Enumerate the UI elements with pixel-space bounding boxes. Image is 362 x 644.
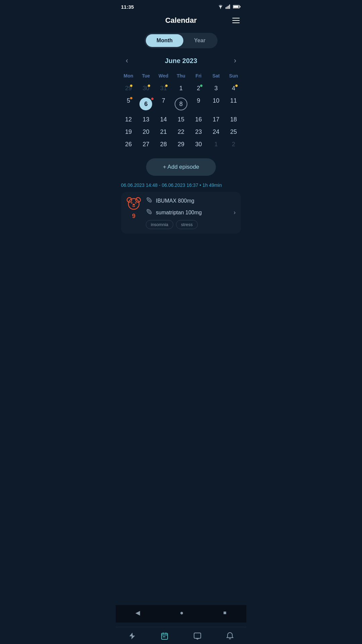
svg-rect-4	[229, 5, 230, 9]
dot-31	[165, 85, 168, 87]
nav-item-calendar[interactable]	[148, 631, 181, 641]
cal-day-26[interactable]: 26	[120, 139, 137, 150]
svg-point-0	[220, 8, 221, 9]
menu-button[interactable]	[232, 18, 240, 23]
medication-row-2[interactable]: sumatriptan 100mg ›	[146, 208, 236, 217]
year-toggle-button[interactable]: Year	[183, 34, 216, 47]
cal-day-29-june[interactable]: 29	[172, 139, 190, 150]
cal-day-15[interactable]: 15	[172, 114, 190, 125]
chat-icon	[193, 632, 201, 640]
svg-rect-3	[228, 6, 229, 9]
pill-icon-2	[146, 208, 153, 217]
battery-icon	[233, 4, 241, 9]
cal-day-16[interactable]: 16	[190, 114, 207, 125]
cal-day-5[interactable]: 5	[120, 95, 137, 113]
svg-point-11	[131, 202, 132, 204]
prev-month-button[interactable]: ‹	[122, 55, 131, 66]
status-time: 11:35	[121, 4, 134, 10]
cal-day-10[interactable]: 10	[207, 95, 225, 113]
cal-day-17[interactable]: 17	[207, 114, 225, 125]
svg-rect-7	[233, 6, 238, 8]
cal-day-24[interactable]: 24	[207, 126, 225, 138]
calendar-weeks: 29 30 31 1 2 3 4	[120, 83, 242, 150]
sys-nav: ◀ ● ■	[116, 605, 246, 623]
month-toggle-button[interactable]: Month	[146, 34, 183, 47]
cal-day-31-prev[interactable]: 31	[155, 83, 172, 94]
sys-back-button[interactable]: ◀	[135, 609, 140, 616]
calendar-grid: Mon Tue Wed Thu Fri Sat Sun 29 30 31 1	[116, 72, 246, 150]
cal-day-25[interactable]: 25	[225, 126, 242, 138]
cal-day-13[interactable]: 13	[137, 114, 155, 125]
cal-day-12[interactable]: 12	[120, 114, 137, 125]
cal-day-2-next[interactable]: 2	[225, 139, 242, 150]
sys-home-button[interactable]: ●	[180, 609, 184, 616]
add-episode-container: + Add episode	[116, 158, 246, 176]
day-label-tue: Tue	[137, 72, 155, 80]
day-label-wed: Wed	[155, 72, 172, 80]
cal-day-8[interactable]: 8	[172, 95, 190, 113]
view-toggle: Month Year	[116, 33, 246, 48]
episode-section: 06.06.2023 14:48 - 06.06.2023 16:37 • 1h…	[116, 182, 246, 274]
calendar-day-headers: Mon Tue Wed Thu Fri Sat Sun	[120, 72, 242, 80]
cal-day-20[interactable]: 20	[137, 126, 155, 138]
cal-day-22[interactable]: 22	[172, 126, 190, 138]
cal-day-28[interactable]: 28	[155, 139, 172, 150]
wifi-icon	[218, 4, 224, 9]
add-episode-button[interactable]: + Add episode	[146, 158, 216, 176]
calendar-month-title: June 2023	[165, 57, 197, 65]
tags-row: insomnia stress	[146, 220, 236, 229]
bell-icon	[226, 632, 234, 640]
cal-day-30-prev[interactable]: 30	[137, 83, 155, 94]
day-label-sun: Sun	[225, 72, 242, 80]
day-label-sat: Sat	[207, 72, 225, 80]
cal-day-14[interactable]: 14	[155, 114, 172, 125]
cal-day-6[interactable]: 6	[137, 95, 155, 113]
next-month-button[interactable]: ›	[231, 55, 240, 66]
dot-5	[130, 97, 132, 99]
cal-day-29-prev[interactable]: 29	[120, 83, 137, 94]
sys-recent-button[interactable]: ■	[223, 610, 227, 616]
cal-day-30-june[interactable]: 30	[190, 139, 207, 150]
cal-day-3[interactable]: 3	[207, 83, 225, 94]
svg-point-13	[133, 204, 135, 206]
episode-details: IBUMAX 800mg sumatriptan 100mg › ins	[146, 197, 236, 229]
app-header: Calendar	[116, 12, 246, 30]
day-label-fri: Fri	[190, 72, 207, 80]
dot-4	[235, 85, 238, 87]
svg-rect-6	[240, 6, 241, 7]
page-title: Calendar	[165, 16, 197, 25]
cal-day-19[interactable]: 19	[120, 126, 137, 138]
calendar-week-5: 26 27 28 29 30 1 2	[120, 139, 242, 150]
toggle-bg: Month Year	[144, 33, 218, 48]
svg-rect-23	[164, 636, 165, 637]
medication-1-name: IBUMAX 800mg	[156, 198, 194, 204]
tag-stress: stress	[176, 220, 198, 229]
calendar-week-1: 29 30 31 1 2 3 4	[120, 83, 242, 94]
episode-severity: 9	[132, 213, 135, 220]
status-bar: 11:35	[116, 0, 246, 12]
dot-6	[151, 98, 154, 100]
nav-item-chat[interactable]	[181, 631, 214, 641]
cal-day-18[interactable]: 18	[225, 114, 242, 125]
calendar-week-2: 5 6 7 8 9 10 11	[120, 95, 242, 113]
cal-day-4[interactable]: 4	[225, 83, 242, 94]
cal-day-11[interactable]: 11	[225, 95, 242, 113]
svg-point-12	[135, 202, 136, 204]
status-icons	[218, 4, 241, 9]
signal-icon	[226, 4, 231, 9]
cal-day-1[interactable]: 1	[172, 83, 190, 94]
cal-day-27[interactable]: 27	[137, 139, 155, 150]
calendar-week-3: 12 13 14 15 16 17 18	[120, 114, 242, 125]
cal-day-7[interactable]: 7	[155, 95, 172, 113]
flash-icon	[128, 632, 136, 640]
cal-day-21[interactable]: 21	[155, 126, 172, 138]
cal-day-23[interactable]: 23	[190, 126, 207, 138]
nav-item-bell[interactable]	[214, 631, 247, 641]
bear-icon	[126, 197, 141, 211]
nav-item-flash[interactable]	[116, 631, 148, 641]
svg-rect-1	[226, 7, 226, 9]
cal-day-9[interactable]: 9	[190, 95, 207, 113]
cal-day-1-next[interactable]: 1	[207, 139, 225, 150]
dot-29	[130, 85, 132, 87]
cal-day-2[interactable]: 2	[190, 83, 207, 94]
